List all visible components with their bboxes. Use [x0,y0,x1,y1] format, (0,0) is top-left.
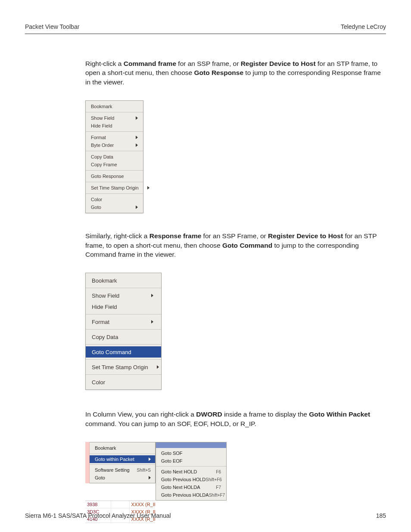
chevron-right-icon [151,294,153,297]
menu-item-goto-command[interactable]: Goto Command [86,346,161,358]
menu-item-goto-response[interactable]: Goto Response [86,172,143,180]
menu-item-byte-order[interactable]: Byte Order [86,141,143,149]
footer-page-number: 185 [376,512,386,519]
menu-item-software-setting[interactable]: Software SettingShift+S [90,466,155,474]
footer-left: Sierra M6-1 SAS/SATA Protocol Analyzer U… [25,512,171,519]
menu-item-hide-field[interactable]: Hide Field [86,122,143,130]
menu-item-copy-data[interactable]: Copy Data [86,331,161,342]
menu-item-set-time-stamp-origin[interactable]: Set Time Stamp Origin [86,184,143,192]
menu-item-format[interactable]: Format [86,134,143,141]
menu-item-set-time-stamp-origin[interactable]: Set Time Stamp Origin [86,361,161,373]
menu-item-copy-data[interactable]: Copy Data [86,153,143,161]
column-view-table: 3938 XXXX (R_IP 3D3C XXXX (R_IP 4140 XXX… [85,501,155,523]
page-footer: Sierra M6-1 SAS/SATA Protocol Analyzer U… [25,512,386,519]
menu-item-goto[interactable]: Goto [90,474,155,482]
context-menu-command-frame: Bookmark Show Field Hide Field Format By… [85,100,143,213]
menu-item-show-field[interactable]: Show Field [86,290,161,301]
menu-item-goto[interactable]: Goto [86,203,143,211]
paragraph-goto-command: Similarly, right-click a Response frame … [85,231,386,259]
dword-offset-cell: 3938 [85,501,111,508]
header-right: Teledyne LeCroy [341,23,386,30]
menu-item-format[interactable]: Format [86,316,161,327]
chevron-right-icon [157,365,159,369]
chevron-right-icon [151,320,153,324]
submenu-item-goto-next-holda[interactable]: Goto Next HOLDAF7 [156,483,226,491]
chevron-right-icon [147,186,149,190]
menu-item-color[interactable]: Color [86,376,161,388]
paragraph-goto-response: Right-click a Command frame for an SSP f… [85,59,386,87]
dword-mid-cell [111,501,129,508]
context-menu-response-frame: Bookmark Show Field Hide Field Format Co… [85,273,162,390]
column-view-example: Bookmark Goto within Packet Software Set… [85,442,411,523]
menu-item-color[interactable]: Color [86,196,143,203]
chevron-right-icon [136,136,138,139]
submenu-item-goto-eof[interactable]: Goto EOF [156,457,226,465]
menu-item-goto-within-packet[interactable]: Goto within Packet [90,455,155,463]
menu-item-copy-frame[interactable]: Copy Frame [86,161,143,168]
submenu-header-strip [156,442,226,448]
header-left: Packet View Toolbar [25,23,79,30]
dword-value-cell: XXXX (R_IP [130,501,155,508]
paragraph-goto-within-packet: In Column View, you can right-click a DW… [85,410,386,428]
chevron-right-icon [136,116,138,120]
submenu-goto-within-packet: Goto SOF Goto EOF Goto Next HOLDF6 Goto … [156,442,227,501]
submenu-item-goto-next-hold[interactable]: Goto Next HOLDF6 [156,468,226,476]
context-menu-dword: Bookmark Goto within Packet Software Set… [89,442,156,483]
chevron-right-icon [136,143,138,147]
chevron-right-icon [149,476,151,479]
page-header: Packet View Toolbar Teledyne LeCroy [0,0,411,33]
menu-item-hide-field[interactable]: Hide Field [86,301,161,312]
table-row: 3938 XXXX (R_IP [85,501,155,508]
chevron-right-icon [136,205,138,209]
column-view-strip [85,442,90,483]
submenu-item-goto-previous-hold[interactable]: Goto Previous HOLDShift+F6 [156,476,226,483]
menu-item-bookmark[interactable]: Bookmark [86,275,161,286]
submenu-item-goto-previous-holda[interactable]: Goto Previous HOLDAShift+F7 [156,491,226,499]
menu-item-bookmark[interactable]: Bookmark [86,103,143,110]
chevron-right-icon [149,457,151,461]
menu-item-bookmark[interactable]: Bookmark [90,444,155,452]
menu-item-show-field[interactable]: Show Field [86,114,143,122]
submenu-item-goto-sof[interactable]: Goto SOF [156,449,226,457]
